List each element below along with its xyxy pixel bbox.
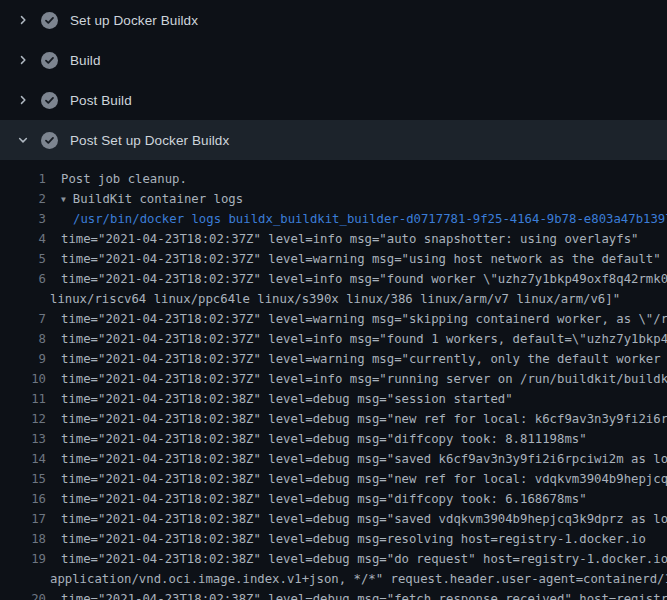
log-text: /usr/bin/docker logs buildx_buildkit_bui… [46,209,667,229]
line-number[interactable]: 6 [0,269,46,289]
log-row: 16 time="2021-04-23T18:02:38Z" level=deb… [0,489,667,509]
line-number[interactable]: 1 [0,169,46,189]
log-text-content: time="2021-04-23T18:02:37Z" level=info m… [61,272,667,286]
log-text: time="2021-04-23T18:02:37Z" level=info m… [46,369,667,389]
line-number[interactable]: 18 [0,529,46,549]
line-number[interactable]: 14 [0,449,46,469]
line-number[interactable]: 12 [0,409,46,429]
log-row-command: 3 /usr/bin/docker logs buildx_buildkit_b… [0,209,667,229]
log-row: 4 time="2021-04-23T18:02:37Z" level=info… [0,229,667,249]
log-row: 7 time="2021-04-23T18:02:37Z" level=warn… [0,309,667,329]
line-number[interactable]: 11 [0,389,46,409]
line-number[interactable]: 15 [0,469,46,489]
log-text: time="2021-04-23T18:02:38Z" level=debug … [46,529,646,549]
log-row: linux/riscv64 linux/ppc64le linux/s390x … [0,289,667,309]
log-row: 9 time="2021-04-23T18:02:37Z" level=warn… [0,349,667,369]
log-text: time="2021-04-23T18:02:38Z" level=debug … [46,469,667,489]
chevron-right-icon[interactable] [14,12,32,28]
log-text-content: time="2021-04-23T18:02:37Z" level=info m… [61,332,667,346]
log-text-content: time="2021-04-23T18:02:37Z" level=warnin… [61,352,667,366]
log-text: time="2021-04-23T18:02:37Z" level=info m… [46,269,667,289]
log-text-content: application/vnd.oci.image.index.v1+json,… [50,572,667,586]
line-number[interactable]: 9 [0,349,46,369]
line-number[interactable]: 13 [0,429,46,449]
log-text-content: time="2021-04-23T18:02:38Z" level=debug … [61,552,667,566]
log-text: time="2021-04-23T18:02:38Z" level=debug … [46,589,667,600]
log-row: 17 time="2021-04-23T18:02:38Z" level=deb… [0,509,667,529]
step-list: Set up Docker Buildx Build Post Build [0,0,667,160]
log-text: time="2021-04-23T18:02:38Z" level=debug … [46,549,667,569]
log-row: 13 time="2021-04-23T18:02:38Z" level=deb… [0,429,667,449]
check-circle-icon [41,12,58,29]
log-text-content: Post job cleanup. [61,172,187,186]
line-number[interactable]: 5 [0,249,46,269]
log-text: time="2021-04-23T18:02:38Z" level=debug … [46,429,587,449]
log-row: 18 time="2021-04-23T18:02:38Z" level=deb… [0,529,667,549]
log-area: 1 Post job cleanup. 2 ▼BuildKit containe… [0,160,667,600]
line-number[interactable]: 4 [0,229,46,249]
log-text-content: time="2021-04-23T18:02:38Z" level=debug … [61,432,587,446]
log-text-content: linux/riscv64 linux/ppc64le linux/s390x … [50,292,620,306]
log-text-content: time="2021-04-23T18:02:37Z" level=info m… [61,232,638,246]
log-text: time="2021-04-23T18:02:38Z" level=debug … [46,449,667,469]
step-header[interactable]: Set up Docker Buildx [0,0,667,40]
line-number[interactable]: 16 [0,489,46,509]
line-number[interactable]: 8 [0,329,46,349]
log-row: 12 time="2021-04-23T18:02:38Z" level=deb… [0,409,667,429]
log-row: 5 time="2021-04-23T18:02:37Z" level=warn… [0,249,667,269]
log-text-content: time="2021-04-23T18:02:38Z" level=debug … [61,512,667,526]
chevron-right-icon[interactable] [14,52,32,68]
log-text-content: time="2021-04-23T18:02:38Z" level=debug … [61,392,513,406]
step-header[interactable]: Post Build [0,80,667,120]
line-number[interactable]: 10 [0,369,46,389]
chevron-right-icon[interactable] [14,92,32,108]
log-row: 15 time="2021-04-23T18:02:38Z" level=deb… [0,469,667,489]
step-label: Set up Docker Buildx [70,13,198,28]
log-text-content: time="2021-04-23T18:02:37Z" level=warnin… [61,252,661,266]
log-text[interactable]: ▼BuildKit container logs [46,189,243,209]
log-text-content: time="2021-04-23T18:02:38Z" level=debug … [61,492,587,506]
log-row: 14 time="2021-04-23T18:02:38Z" level=deb… [0,449,667,469]
log-text-content: time="2021-04-23T18:02:38Z" level=debug … [61,472,667,486]
log-row: 19 time="2021-04-23T18:02:38Z" level=deb… [0,549,667,569]
step-header[interactable]: Post Set up Docker Buildx [0,120,667,160]
log-text: time="2021-04-23T18:02:38Z" level=debug … [46,509,667,529]
log-row: 10 time="2021-04-23T18:02:37Z" level=inf… [0,369,667,389]
chevron-down-icon[interactable] [14,132,32,148]
actions-log-viewer: Set up Docker Buildx Build Post Build [0,0,667,600]
log-text-content: time="2021-04-23T18:02:38Z" level=debug … [61,532,646,546]
log-text-content: time="2021-04-23T18:02:38Z" level=debug … [61,592,667,600]
step-label: Post Set up Docker Buildx [70,133,229,148]
triangle-down-icon[interactable]: ▼ [61,190,66,209]
log-row: 1 Post job cleanup. [0,169,667,189]
log-text-content: BuildKit container logs [73,192,243,206]
line-number[interactable]: 7 [0,309,46,329]
line-number[interactable]: 20 [0,589,46,600]
line-number[interactable]: 2 [0,189,46,209]
step-label: Build [70,53,101,68]
line-number[interactable]: 17 [0,509,46,529]
log-text: Post job cleanup. [46,169,187,189]
log-text: application/vnd.oci.image.index.v1+json,… [0,569,667,589]
log-text-content: /usr/bin/docker logs buildx_buildkit_bui… [73,212,667,226]
log-text: linux/riscv64 linux/ppc64le linux/s390x … [0,289,620,309]
log-row: 20 time="2021-04-23T18:02:38Z" level=deb… [0,589,667,600]
check-circle-icon [41,132,58,149]
log-row: application/vnd.oci.image.index.v1+json,… [0,569,667,589]
log-row: 2 ▼BuildKit container logs [0,189,667,209]
log-text: time="2021-04-23T18:02:38Z" level=debug … [46,389,513,409]
step-header[interactable]: Build [0,40,667,80]
step-label: Post Build [70,93,132,108]
line-number[interactable]: 19 [0,549,46,569]
log-text-content: time="2021-04-23T18:02:38Z" level=debug … [61,452,667,466]
check-circle-icon [41,92,58,109]
log-text: time="2021-04-23T18:02:38Z" level=debug … [46,489,587,509]
log-text-content: time="2021-04-23T18:02:37Z" level=info m… [61,372,667,386]
log-text: time="2021-04-23T18:02:37Z" level=warnin… [46,309,667,329]
log-row: 11 time="2021-04-23T18:02:38Z" level=deb… [0,389,667,409]
log-text-content: time="2021-04-23T18:02:38Z" level=debug … [61,412,667,426]
log-row: 6 time="2021-04-23T18:02:37Z" level=info… [0,269,667,289]
log-text: time="2021-04-23T18:02:38Z" level=debug … [46,409,667,429]
log-text: time="2021-04-23T18:02:37Z" level=info m… [46,229,638,249]
line-number[interactable]: 3 [0,209,46,229]
